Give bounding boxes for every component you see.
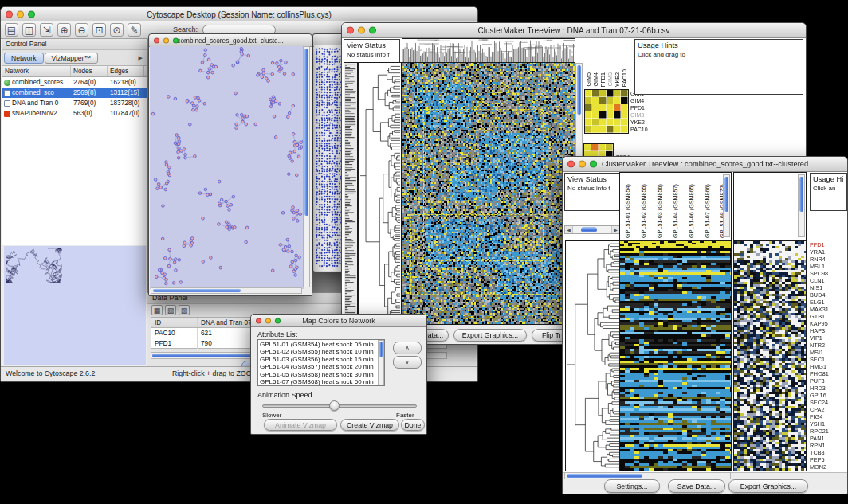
tab-vizmapper[interactable]: VizMapper™ — [45, 53, 99, 64]
network-hscrollbar[interactable] — [151, 287, 302, 294]
minimize-button[interactable] — [265, 318, 271, 323]
vscroll-thumb[interactable] — [304, 49, 308, 216]
annotation-icon[interactable]: ✎ — [128, 23, 141, 37]
network-view-canvas[interactable] — [150, 46, 304, 289]
attribute-item[interactable]: GPL51-07 (GSM868) heat shock 60 min — [260, 378, 383, 385]
delete-attribute-icon[interactable]: ▨ — [179, 305, 190, 315]
column-header-label[interactable]: GPL51-06 (GSM865) — [683, 173, 699, 240]
gene-label[interactable]: PAC10 — [630, 126, 664, 133]
gene-label[interactable]: YSH1 — [810, 420, 847, 428]
tab-network[interactable]: Network — [4, 53, 44, 64]
front-hscrollbar[interactable]: ◀ ▶ — [564, 225, 620, 234]
close-button[interactable] — [6, 11, 13, 18]
gene-label[interactable]: GPI16 — [810, 392, 847, 399]
close-button[interactable] — [256, 318, 261, 323]
gene-label[interactable]: ELG1 — [810, 299, 847, 306]
gene-label[interactable]: GIM3 — [630, 111, 664, 119]
zoom-button[interactable] — [28, 11, 35, 18]
hscroll-thumb[interactable] — [153, 289, 241, 292]
gene-label[interactable]: MSI1 — [810, 349, 847, 356]
attribute-item[interactable]: GPL51-05 (GSM858) heat shock 30 min — [260, 371, 383, 378]
network-list-row[interactable]: combined_scores2764(0)16218(0) — [2, 77, 147, 88]
gene-label[interactable]: PAN1 — [810, 435, 847, 442]
attribute-list-vscrollbar[interactable] — [378, 340, 384, 385]
attribute-listbox[interactable]: GPL51-01 (GSM854) heat shock 05 minGPL51… — [257, 339, 385, 386]
rotated-gene-label[interactable]: GIM5 — [585, 39, 592, 88]
column-header-label[interactable]: GPL51-03 (GSM856) — [652, 173, 668, 240]
attribute-item[interactable]: GPL51-02 (GSM855) heat shock 10 min — [260, 348, 383, 355]
animate-vizmap-button[interactable]: Animate Vizmap — [264, 419, 337, 431]
gene-label[interactable]: SEC1 — [810, 356, 847, 363]
gene-label[interactable]: NTR2 — [810, 342, 847, 349]
zoom-selected-icon[interactable]: ⊙ — [110, 23, 124, 37]
attribute-item[interactable]: GPL51-04 (GSM857) heat shock 20 min — [260, 363, 383, 370]
close-button[interactable] — [567, 161, 575, 168]
gene-label[interactable]: GIM4 — [630, 97, 664, 104]
slider-thumb[interactable] — [329, 400, 340, 411]
zoom-in-icon[interactable]: ⊕ — [57, 23, 71, 37]
gene-label[interactable]: BUD4 — [810, 291, 847, 299]
hscroll-thumb[interactable] — [567, 474, 642, 478]
dna-heatmap-canvas[interactable] — [402, 63, 575, 324]
gene-label[interactable]: HMG1 — [810, 363, 847, 370]
network-list-row[interactable]: combined_sco2569(8)13112(15) — [2, 88, 147, 98]
minimize-button[interactable] — [163, 37, 169, 43]
network-view-titlebar[interactable]: combined_scores_good.txt--cluste... — [149, 34, 312, 47]
network-list-row[interactable]: DNA and Tran 07769(0)183728(0) — [2, 98, 147, 108]
move-down-button[interactable]: ∨ — [393, 356, 422, 369]
vscroll-thumb[interactable] — [577, 65, 581, 115]
rotated-gene-label[interactable]: GIM3 — [607, 39, 614, 88]
attribute-item[interactable]: GPL51-01 (GSM854) heat shock 05 min — [260, 341, 383, 348]
cytoscape-titlebar[interactable]: Cytoscape Desktop (Session Name: collins… — [1, 7, 477, 22]
minimize-button[interactable] — [579, 161, 586, 168]
tab-overflow-icon[interactable]: ▶ — [139, 55, 145, 61]
column-header-label[interactable]: GPL51-04 (GSM857) — [668, 173, 684, 240]
minimize-button[interactable] — [17, 11, 24, 18]
gene-label[interactable]: FIG4 — [810, 413, 847, 420]
done-button[interactable]: Done — [401, 419, 425, 431]
column-header-label[interactable]: GPL51-02 (GSM855) — [636, 173, 652, 240]
hscroll-thumb[interactable] — [581, 227, 597, 232]
main-heatmap-canvas[interactable] — [620, 241, 731, 471]
header-vscrollbar[interactable] — [723, 174, 730, 237]
gene-label[interactable]: MSL1 — [810, 263, 847, 270]
zoom-button[interactable] — [275, 318, 281, 323]
vscroll-thumb[interactable] — [379, 342, 383, 357]
gene-label[interactable]: PHO81 — [810, 370, 847, 377]
export-graphics-button[interactable]: Export Graphics... — [453, 329, 527, 342]
gene-label[interactable]: PUF3 — [810, 377, 847, 385]
vscroll-thumb[interactable] — [724, 177, 728, 212]
treeview-dna-titlebar[interactable]: ClusterMaker TreeView : DNA and Tran 07-… — [342, 23, 806, 38]
close-button[interactable] — [154, 37, 159, 43]
dna-column-dendrogram-canvas[interactable] — [402, 39, 575, 62]
export-graphics-button[interactable]: Export Graphics... — [728, 479, 808, 493]
zoom-button[interactable] — [590, 161, 597, 168]
gene-label[interactable]: TCB3 — [810, 449, 847, 456]
vscroll-thumb[interactable] — [799, 177, 803, 212]
gene-label[interactable]: SPC98 — [810, 270, 847, 277]
dna-row-dendrogram-canvas[interactable] — [359, 63, 401, 324]
col-id[interactable]: ID — [151, 318, 198, 327]
gene-label[interactable]: RNR4 — [810, 256, 847, 263]
save-data-button[interactable]: Save Data... — [668, 479, 725, 493]
gene-label[interactable]: YKE2 — [630, 119, 664, 126]
gene-label[interactable]: CLN1 — [810, 277, 847, 284]
zoom-fit-icon[interactable]: ⊡ — [92, 23, 106, 37]
rotated-gene-label[interactable]: GIM4 — [592, 39, 599, 88]
scroll-right-icon[interactable]: ▶ — [612, 227, 619, 232]
gene-label[interactable]: HRD3 — [810, 385, 847, 392]
gene-label[interactable]: RPN1 — [810, 442, 847, 449]
dna-gene-label-strip[interactable] — [344, 63, 357, 324]
gene-label[interactable]: PEP5 — [810, 456, 847, 463]
settings-button[interactable]: Settings... — [604, 479, 660, 493]
gene-label[interactable]: GTB1 — [810, 313, 847, 320]
scroll-left-icon[interactable]: ◀ — [565, 227, 572, 232]
network-overview-canvas[interactable] — [4, 246, 146, 365]
column-header-label[interactable]: GPL51-01 (GSM854) — [620, 173, 636, 240]
dialog-titlebar[interactable]: Map Colors to Network — [251, 315, 426, 327]
gene-label[interactable]: SEC24 — [810, 399, 847, 406]
animation-speed-slider[interactable] — [262, 404, 417, 408]
col-edges[interactable]: Edges — [108, 66, 144, 76]
gene-label[interactable]: HAP3 — [810, 327, 847, 334]
zoom-button[interactable] — [173, 37, 179, 43]
